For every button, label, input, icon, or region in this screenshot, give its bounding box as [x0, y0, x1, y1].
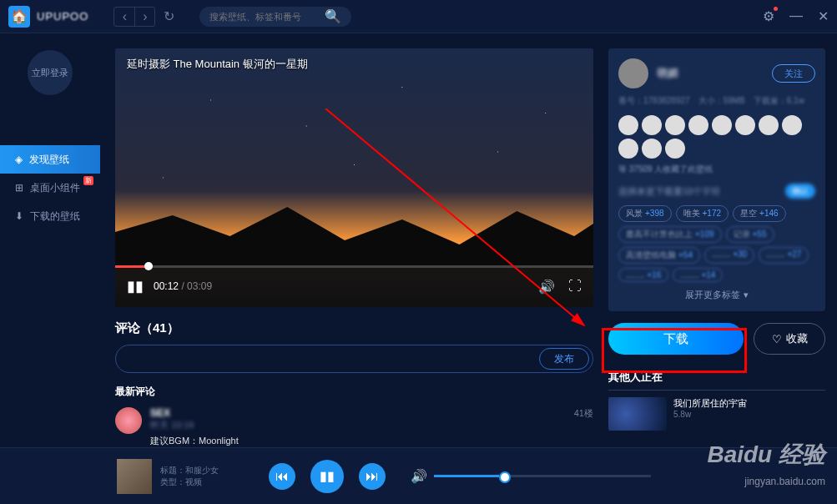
tag-pill[interactable]: 记录+55 [726, 226, 774, 243]
sidebar-item-label: 发现壁纸 [29, 153, 69, 167]
top-bar: 🏠 UPUPOO ‹ › ↻ 🔍 ⚙ — ✕ [0, 0, 837, 33]
other-wallpaper-item[interactable]: 我们所居住的宇宙 5.8w [608, 397, 825, 431]
other-views: 5.8w [673, 410, 825, 419]
watermark: Baidu 经验 [707, 439, 825, 471]
download-icon: ⬇ [15, 210, 23, 222]
tag-pill[interactable]: ........+14 [673, 268, 723, 282]
volume-slider[interactable] [434, 475, 651, 477]
new-badge: 新 [83, 176, 93, 185]
close-button[interactable]: ✕ [818, 8, 829, 24]
forward-button[interactable]: › [134, 8, 154, 26]
comment-input-box: 发布 [115, 345, 593, 373]
tag-pill[interactable]: 唯美+172 [676, 205, 729, 222]
sidebar-item-label: 下载的壁纸 [30, 209, 80, 224]
tag-pill[interactable]: 星空+146 [733, 205, 786, 222]
commenter-avatar[interactable] [115, 407, 142, 434]
play-pause-button[interactable]: ▮▮ [310, 460, 344, 493]
fan-avatar[interactable] [618, 139, 638, 159]
comment-item: SEX 昨天 10:16 建议BGM：Moonlight 41楼 [115, 407, 593, 447]
fan-avatar[interactable] [712, 115, 732, 135]
duration: 03:09 [187, 280, 212, 292]
now-title: 和服少女 [185, 466, 219, 475]
follow-button[interactable]: 关注 [772, 64, 815, 83]
next-button[interactable]: ⏭ [359, 463, 386, 490]
speaker-icon[interactable]: 🔊 [411, 468, 427, 484]
sidebar-item-widgets[interactable]: ⊞ 桌面小组件 新 [0, 174, 100, 202]
tag-confirm-button[interactable]: 确认 [785, 184, 815, 199]
fans-avatars [618, 115, 815, 159]
fan-avatar[interactable] [618, 115, 638, 135]
video-scenery [115, 199, 593, 265]
right-column: 萌媚 关注 番号：1783828927 大小：59MB 下载量：6.1w 等 3… [608, 48, 825, 447]
login-button[interactable]: 立即登录 [28, 50, 73, 95]
others-section: 其他人正在 我们所居住的宇宙 5.8w [608, 370, 825, 431]
video-time: 00:12 / 03:09 [154, 280, 212, 292]
tag-pill[interactable]: ........+30 [704, 247, 754, 264]
tag-pill[interactable]: 高清壁纸电脑+54 [618, 247, 700, 264]
fan-avatar[interactable] [759, 115, 779, 135]
sidebar-item-label: 桌面小组件 [30, 181, 80, 195]
left-column: 延时摄影 The Mountain 银河的一星期 ▮▮ 00:12 / 03:0… [115, 48, 593, 447]
sidebar-item-downloads[interactable]: ⬇ 下载的壁纸 [0, 202, 100, 230]
publish-button[interactable]: 发布 [539, 348, 589, 370]
other-thumbnail [608, 397, 667, 431]
window-controls: ⚙ — ✕ [763, 8, 829, 24]
comment-floor: 41楼 [574, 407, 593, 447]
fan-avatar[interactable] [665, 139, 685, 159]
prev-button[interactable]: ⏮ [269, 463, 295, 490]
fan-avatar[interactable] [665, 115, 685, 135]
refresh-button[interactable]: ↻ [164, 8, 174, 24]
wallpaper-meta: 番号：1783828927 大小：59MB 下载量：6.1w [618, 95, 815, 107]
favorite-button[interactable]: ♡ 收藏 [754, 323, 825, 355]
comment-input[interactable] [129, 353, 539, 365]
comment-time: 昨天 10:16 [150, 419, 566, 431]
search-box[interactable]: 🔍 [199, 7, 351, 27]
latest-comments-label: 最新评论 [115, 385, 593, 399]
fan-avatar[interactable] [642, 115, 662, 135]
now-playing-info: 标题：和服少女 类型：视频 [160, 465, 219, 488]
tag-hint: 选择未更下载量10个字符 确认 [618, 184, 815, 199]
expand-tags-button[interactable]: 展开更多标签 ▾ [618, 289, 815, 301]
player-controls: ⏮ ▮▮ ⏭ [269, 460, 386, 493]
tag-pill[interactable]: ........+27 [759, 247, 809, 264]
tags-list: 风景+398唯美+172星空+146最高不计算色比上+109记录+55高清壁纸电… [618, 205, 815, 282]
progress-bar[interactable] [115, 265, 593, 268]
action-row: 下载 ♡ 收藏 [608, 323, 825, 355]
heart-icon: ♡ [772, 333, 782, 345]
volume-area: 🔊 [411, 468, 651, 484]
widget-icon: ⊞ [15, 182, 23, 194]
author-avatar[interactable] [618, 58, 648, 88]
favorite-label: 收藏 [786, 331, 808, 346]
search-input[interactable] [209, 12, 325, 22]
nav-buttons: ‹ › [113, 7, 155, 27]
fan-avatar[interactable] [688, 115, 708, 135]
tag-pill[interactable]: ........+16 [618, 268, 668, 282]
tag-pill[interactable]: 最高不计算色比上+109 [618, 226, 722, 243]
minimize-button[interactable]: — [789, 8, 803, 24]
app-logo-icon: 🏠 [8, 6, 30, 28]
main-content: 延时摄影 The Mountain 银河的一星期 ▮▮ 00:12 / 03:0… [100, 33, 837, 447]
tag-pill[interactable]: 风景+398 [618, 205, 672, 222]
download-button[interactable]: 下载 [608, 323, 744, 355]
comment-text: 建议BGM：Moonlight [150, 435, 566, 447]
search-icon[interactable]: 🔍 [325, 8, 341, 24]
fan-avatar[interactable] [642, 139, 662, 159]
back-button[interactable]: ‹ [114, 8, 134, 26]
pause-icon[interactable]: ▮▮ [127, 277, 144, 295]
discover-icon: ◈ [15, 154, 23, 165]
fan-avatar[interactable] [735, 115, 755, 135]
fan-avatar[interactable] [782, 115, 802, 135]
comment-count: 41 [153, 320, 167, 335]
sidebar-item-discover[interactable]: ◈ 发现壁纸 [0, 145, 100, 174]
now-type: 视频 [185, 477, 202, 486]
comments-header: 评论（41） [115, 320, 593, 336]
others-header: 其他人正在 [608, 370, 825, 391]
now-playing-thumb[interactable] [117, 459, 152, 494]
volume-icon[interactable]: 🔊 [538, 279, 555, 295]
fullscreen-icon[interactable]: ⛶ [568, 279, 582, 295]
other-title: 我们所居住的宇宙 [673, 397, 825, 410]
settings-icon[interactable]: ⚙ [763, 8, 774, 24]
author-box: 萌媚 关注 番号：1783828927 大小：59MB 下载量：6.1w 等 3… [608, 48, 825, 311]
video-player[interactable]: 延时摄影 The Mountain 银河的一星期 ▮▮ 00:12 / 03:0… [115, 48, 593, 307]
video-title: 延时摄影 The Mountain 银河的一星期 [127, 57, 308, 72]
